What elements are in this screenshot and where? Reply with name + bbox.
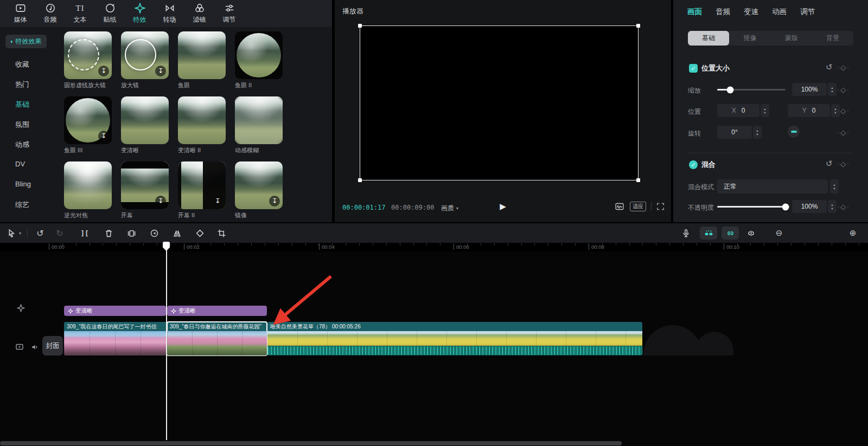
category-favorites[interactable]: 收藏 [15,60,29,69]
opacity-keyframe[interactable]: ‹◇› [838,203,849,211]
opacity-stepper[interactable]: ▴▾ [828,200,837,213]
subtab-basic[interactable]: 基础 [688,31,729,46]
rotation-dial[interactable] [788,126,800,138]
timeline-ruler[interactable]: 00:00 00:02 00:04 00:06 00:08 00:10 [49,243,868,251]
effect-card-fisheye-2[interactable]: 鱼眼 II [235,31,283,89]
category-variety[interactable]: 综艺 [15,200,29,210]
position-keyframe[interactable]: ‹◇› [838,107,849,115]
preview-axis-toggle[interactable] [744,227,757,240]
category-hot[interactable]: 热门 [15,80,29,89]
nav-effects[interactable]: 特效 [125,0,155,27]
resize-handle-top-right[interactable] [636,24,640,28]
category-bling[interactable]: Bling [15,180,31,188]
effect-clip-2[interactable]: 变清晰 [167,306,267,316]
effect-card-opening-2[interactable]: ↧ 开幕 II [178,161,226,219]
tab-speed[interactable]: 变速 [744,7,758,17]
blend-mode-stepper[interactable]: ▴▾ [830,179,839,193]
effect-card-motion-blur[interactable]: 动感模糊 [235,96,283,154]
video-clip-1[interactable]: 309_“我在这春日的尾巴写了一封书信 [64,322,167,355]
auto-snap-toggle[interactable] [700,227,717,240]
reset-icon[interactable]: ↺ [826,62,833,72]
select-tool-dropdown[interactable]: ▾ [16,227,24,240]
resize-handle-bottom-right[interactable] [636,178,640,182]
video-clip-3[interactable]: 唯美自然美景花草（78） 00:00:05:26 [267,322,642,355]
scale-value[interactable]: 100% [792,83,827,96]
category-ambience[interactable]: 氛围 [15,120,29,130]
scale-slider[interactable] [717,89,786,91]
video-preview-canvas[interactable] [360,25,639,180]
rotate-button[interactable] [193,227,206,240]
link-toggle[interactable] [722,227,739,240]
undo-button[interactable]: ↺ [34,227,47,240]
nav-sticker[interactable]: 贴纸 [95,0,125,27]
playhead-line[interactable] [166,243,167,440]
category-dynamic[interactable]: 动感 [15,140,29,150]
resize-handle-bottom-left[interactable] [358,178,362,182]
effect-card-circle-dashed-magnifier[interactable]: ↧ 圆形虚线放大镜 [64,31,112,89]
rotation-keyframe[interactable]: ‹◇› [838,128,849,137]
scope-waveform-icon[interactable] [614,202,625,211]
position-x-stepper[interactable]: ▴▾ [761,104,769,117]
effect-card-mirror[interactable]: ↧ 镜像 [235,161,283,219]
effect-card-fisheye-3[interactable]: ↧ 鱼眼 III [64,96,112,154]
fullscreen-icon[interactable] [656,202,665,211]
position-y-field[interactable]: Y 0 [788,104,830,117]
effect-card-magnifier[interactable]: ↧ 放大镜 [121,31,169,89]
video-clip-2-selected[interactable]: 309_“春日与你邂逅在城南的蔷薇花园” [167,322,267,355]
effects-group-dropdown[interactable]: ▾ 特效效果 [5,35,47,48]
position-x-field[interactable]: X 0 [717,104,760,117]
quality-dropdown[interactable]: 画质 ▾ [441,204,458,213]
blend-keyframe[interactable]: ‹◇› [838,160,849,168]
subtab-cutout[interactable]: 抠像 [729,31,770,46]
record-voiceover-button[interactable] [679,227,692,240]
effect-card-fisheye[interactable]: 鱼眼 [178,31,226,89]
opacity-value[interactable]: 100% [792,200,827,213]
tab-picture[interactable]: 画面 [687,7,702,17]
nav-audio[interactable]: 音频 [35,0,65,27]
redo-button[interactable]: ↻ [53,227,66,240]
play-button[interactable]: ▶ [500,202,506,211]
opacity-slider-knob[interactable] [782,203,789,210]
tab-animation[interactable]: 动画 [772,7,787,17]
timeline-horizontal-scrollbar[interactable] [0,441,622,445]
nav-text[interactable]: TI 文本 [65,0,95,27]
scale-keyframe[interactable]: ‹◇› [838,86,849,94]
zoom-out-button[interactable]: ⊖ [773,227,786,240]
zoom-in-button[interactable]: ⊕ [846,227,859,240]
effect-clip-1[interactable]: 变清晰 [64,306,166,316]
reverse-button[interactable] [148,227,161,240]
category-dv[interactable]: DV [15,160,25,168]
position-size-checkbox[interactable]: ✓ [689,64,698,73]
delete-button[interactable] [102,227,115,240]
effect-card-opening[interactable]: ↧ 开幕 [121,161,169,219]
opacity-slider[interactable] [717,206,786,208]
fit-mode-button[interactable]: 适应 [630,202,646,211]
blend-reset-icon[interactable]: ↺ [826,159,833,169]
mute-track-button[interactable] [29,341,40,352]
nav-transition[interactable]: 转场 [155,0,184,27]
nav-filter[interactable]: 滤镜 [184,0,214,27]
tab-audio[interactable]: 音频 [716,7,730,17]
rotation-stepper[interactable]: ▴▾ [753,126,762,139]
effect-card-sharpen-2[interactable]: 变清晰 II [178,96,226,154]
subtab-background[interactable]: 背景 [812,31,853,46]
cover-button[interactable]: 封面 [42,336,63,355]
tab-adjust[interactable]: 调节 [800,7,815,17]
blend-checkbox[interactable]: ✓ [689,160,698,169]
select-tool-button[interactable] [4,227,17,240]
nav-adjust[interactable]: 调节 [214,0,244,27]
split-button[interactable]: ][ [78,227,91,240]
nav-media[interactable]: 媒体 [5,0,35,27]
mirror-button[interactable] [170,227,183,240]
scale-stepper[interactable]: ▴▾ [828,83,837,96]
category-basic[interactable]: 基础 [15,100,29,109]
rotation-value[interactable]: 0° [717,126,752,139]
effect-card-sharpen[interactable]: 变清晰 [121,96,169,154]
resize-handle-top-left[interactable] [358,24,362,28]
freeze-frame-button[interactable] [125,227,138,240]
effect-card-backlight-focus[interactable]: 逆光对焦 [64,161,112,219]
keyframe-control[interactable]: ‹◇› [838,63,849,72]
blend-mode-dropdown[interactable]: 正常 [717,179,828,193]
scale-slider-knob[interactable] [726,86,733,93]
crop-button[interactable] [215,227,228,240]
